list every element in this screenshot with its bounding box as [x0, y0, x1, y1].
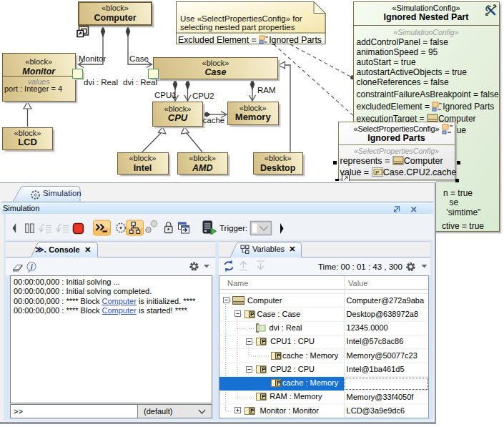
svg-text:P: P	[375, 170, 379, 176]
svg-text:Time: 00 : 01 : 43 , 300: Time: 00 : 01 : 43 , 300	[318, 262, 402, 271]
svg-text:i: i	[31, 262, 33, 270]
svg-text:Trigger:: Trigger:	[219, 224, 247, 232]
